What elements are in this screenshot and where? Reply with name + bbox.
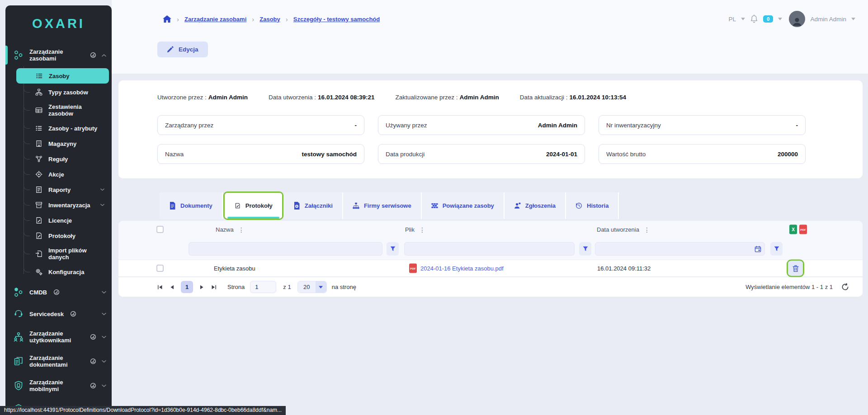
tab-zalaczniki[interactable]: Załączniki [284, 192, 343, 219]
tab-dokumenty[interactable]: Dokumenty [160, 192, 223, 219]
column-menu-icon[interactable]: ⋮ [238, 226, 245, 233]
org-chart-icon [353, 202, 359, 210]
previous-page-icon[interactable] [170, 284, 175, 290]
report-icon [35, 186, 43, 194]
filter-input-nazwa[interactable] [189, 242, 382, 256]
annotation-highlight-delete [787, 260, 804, 277]
chevron-down-icon [102, 291, 106, 294]
refresh-icon[interactable] [841, 283, 849, 291]
sidebar-item-raporty[interactable]: Raporty [24, 182, 112, 197]
sidebar-item-zasoby-atrybuty[interactable]: Zasoby - atrybuty [24, 121, 112, 136]
action-bar: Edycja [112, 38, 868, 57]
breadcrumb: › Zarządzanie zasobami › Zasoby › Szczeg… [163, 15, 380, 23]
sidebar-item-zasoby[interactable]: Zasoby [16, 68, 109, 84]
chevron-down-icon[interactable] [851, 18, 855, 20]
export-excel-icon[interactable]: X [789, 225, 797, 234]
delete-row-button[interactable] [788, 261, 803, 276]
first-page-icon[interactable] [157, 284, 163, 290]
export-pdf-icon[interactable]: PDF [799, 225, 807, 234]
sidebar-item-akcje[interactable]: Akcje [24, 167, 112, 182]
sidebar-item-protokoly[interactable]: Protokoły [24, 228, 112, 243]
trash-icon [793, 265, 799, 272]
filter-button-plik[interactable] [579, 242, 591, 256]
chevron-down-icon[interactable] [778, 18, 782, 20]
select-all-checkbox[interactable] [156, 226, 164, 233]
field-data-produkcji: Data produkcji 2024-01-01 [378, 144, 585, 164]
tab-zgloszenia[interactable]: Zgłoszenia [505, 192, 566, 219]
chevron-down-icon [102, 360, 106, 363]
bricks-icon [431, 202, 438, 210]
breadcrumb-link-zasoby[interactable]: Zasoby [259, 16, 280, 23]
sidebar-item-magazyny[interactable]: Magazyny [24, 136, 112, 151]
list-icon [35, 72, 43, 80]
sidebar-section-zarzadzanie-dokumentami[interactable]: Zarządzanie dokumentami [5, 349, 112, 373]
tab-powiazane-zasoby[interactable]: Powiązane zasoby [422, 192, 505, 219]
last-page-icon[interactable] [211, 284, 217, 290]
chevron-down-icon [100, 204, 104, 206]
home-icon[interactable] [163, 15, 171, 23]
sidebar-item-zestawienia-zasobow[interactable]: Zestawienia zasobów [24, 100, 112, 121]
sidebar-item-inwentaryzacja[interactable]: Inwentaryzacja [24, 197, 112, 213]
import-icon [35, 250, 43, 258]
sidebar-section-cmdb[interactable]: CMDB [5, 281, 112, 303]
column-header-nazwa[interactable]: Nazwa ⋮ [216, 226, 245, 233]
sidebar-item-reguly[interactable]: Reguły [24, 151, 112, 167]
sidebar-section-zarzadzanie-zasobami[interactable]: Zarządzanie zasobami [5, 43, 112, 67]
sidebar-section-zarzadzanie-mobilnymi[interactable]: Zarządzanie mobilnymi [5, 373, 112, 398]
documents-icon [13, 356, 24, 367]
tab-firmy-serwisowe[interactable]: Firmy serwisowe [343, 192, 422, 219]
sidebar-section-servicedesk[interactable]: Servicedesk [5, 303, 112, 325]
pagination-bar: 1 Strona z 1 20 na stronę Wyświetlanie e… [118, 277, 863, 297]
notification-badge[interactable]: 0 [763, 15, 773, 23]
target-icon [35, 170, 43, 178]
breadcrumb-separator: › [286, 15, 288, 23]
detail-tabs: Dokumenty Protokoły Załączniki Firmy ser… [160, 192, 863, 219]
column-menu-icon[interactable]: ⋮ [644, 226, 650, 233]
current-page-button[interactable]: 1 [181, 281, 193, 293]
tab-historia[interactable]: Historia [566, 192, 619, 219]
filter-button-data-utworzenia[interactable] [770, 242, 783, 256]
edit-button[interactable]: Edycja [157, 42, 208, 57]
table-icon [35, 106, 43, 114]
column-menu-icon[interactable]: ⋮ [419, 226, 425, 233]
pdf-file-icon: PDF [409, 264, 417, 273]
sidebar-section-zarzadzanie-uzytkownikami[interactable]: Zarządzanie użytkownikami [5, 325, 112, 349]
breadcrumb-link-zarzadzanie-zasobami[interactable]: Zarządzanie zasobami [184, 16, 246, 23]
record-meta: Utworzone przez :Admin Admin Data utworz… [157, 94, 849, 101]
document-pen-icon [35, 232, 43, 240]
column-header-data-utworzenia[interactable]: Data utworzenia ⋮ [597, 226, 650, 233]
attachment-icon [293, 202, 300, 210]
page-size-select[interactable]: 20 [297, 281, 327, 293]
sidebar-item-typy-zasobow[interactable]: Typy zasobów [24, 84, 112, 100]
breadcrumb-current[interactable]: Szczegóły - testowy samochód [293, 16, 380, 23]
tab-protokoly[interactable]: Protokoły [225, 193, 282, 219]
filter-button-nazwa[interactable] [387, 242, 399, 256]
filter-input-plik[interactable] [404, 242, 575, 256]
breadcrumb-separator: › [252, 15, 254, 23]
user-name[interactable]: Admin Admin [810, 16, 846, 23]
file-download-link[interactable]: 2024-01-16 Etykieta zasobu.pdf [420, 265, 504, 272]
language-selector[interactable]: PL [729, 16, 736, 23]
bell-icon[interactable] [750, 14, 758, 23]
funnel-icon [583, 246, 588, 252]
page-number-input[interactable] [250, 281, 276, 293]
avatar[interactable] [789, 11, 805, 27]
column-header-plik[interactable]: Plik ⋮ [405, 226, 425, 233]
chevron-down-icon [100, 188, 104, 191]
chevron-up-icon [102, 54, 106, 57]
sidebar-item-import-plikow[interactable]: Import plików danych [24, 243, 112, 264]
sidebar-item-konfiguracja[interactable]: Konfiguracja [24, 264, 112, 280]
pencil-icon [167, 46, 174, 53]
history-icon [576, 202, 582, 210]
chevron-down-icon [102, 312, 106, 316]
calendar-button[interactable] [751, 242, 764, 255]
next-page-icon[interactable] [199, 284, 204, 290]
sidebar-item-licencje[interactable]: Licencje [24, 213, 112, 228]
mobile-shield-icon [13, 380, 24, 391]
per-page-label: na stronę [332, 284, 356, 290]
chevron-down-icon[interactable] [741, 18, 745, 20]
rules-icon [35, 155, 43, 163]
filter-input-data-utworzenia[interactable] [595, 242, 751, 255]
warehouse-icon [35, 140, 43, 148]
row-checkbox[interactable] [156, 265, 164, 272]
